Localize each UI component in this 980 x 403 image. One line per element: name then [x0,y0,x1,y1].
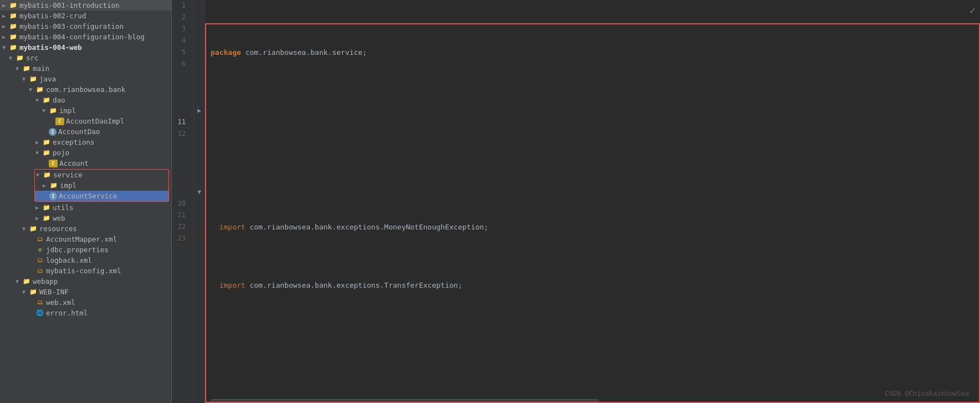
folder-icon: 📁 [42,204,51,212]
sidebar-item-mybatis001[interactable]: ▶ 📁 mybatis-001-introduction [0,0,171,11]
arrow-icon: ▼ [29,86,35,93]
gutter-arrow-11[interactable]: ▶ [194,105,205,116]
folder-icon: 📁 [43,171,52,179]
sidebar-label: pojo [53,149,69,157]
gutter: ▶ ▼ [194,0,205,403]
watermark-text: CSDN @ChinaRainbowSea [885,390,969,397]
line-num-12: 12 [172,128,189,140]
arrow-icon: ▶ [2,2,9,8]
sidebar-item-mybatis004-blog[interactable]: ▶ 📁 mybatis-004-configuration-blog [0,32,171,42]
sidebar-label: mybatis-config.xml [46,267,121,275]
sidebar-label: jdbc.properties [46,246,109,254]
sidebar-item-logback[interactable]: 🗂 logback.xml [0,255,171,266]
arrow-icon: ▼ [42,108,49,114]
code-container[interactable]: 1 2 3 4 5 6 11 12 20 21 22 23 ▶ [172,0,980,403]
folder-icon: 📁 [9,33,18,41]
sidebar-label: webapp [33,277,58,285]
arrow-icon: ▼ [9,55,16,61]
folder-icon: 📁 [9,23,18,30]
sidebar-label: web [53,214,65,222]
xml-icon: 🗂 [35,267,44,275]
sidebar-label: src [26,54,39,62]
code-line-4: import com.rianbowsea.bank.exceptions.Mo… [211,221,974,233]
code-scroll-area[interactable]: package com.rianbowsea.bank.service; imp… [205,0,980,403]
line-numbers: 1 2 3 4 5 6 11 12 20 21 22 23 [172,0,194,403]
line-num-2: 2 [172,12,189,23]
sidebar-item-mybatis003[interactable]: ▶ 📁 mybatis-003-configuration [0,21,171,32]
class-icon: C [55,118,64,125]
editor-area: 1 2 3 4 5 6 11 12 20 21 22 23 ▶ [172,0,980,403]
sidebar-item-src[interactable]: ▼ 📁 src [0,53,171,63]
line-num-21: 21 [172,210,189,221]
sidebar-label: impl [60,181,76,190]
sidebar-label: AccountDao [58,127,100,136]
sidebar-label: mybatis-003-configuration [19,22,124,30]
folder-icon: 📁 [49,182,58,190]
sidebar-label: dao [53,96,65,104]
sidebar-label: mybatis-002-crud [19,12,86,20]
sidebar-label: utils [53,203,74,212]
sidebar-item-utils[interactable]: ▶ 📁 utils [0,202,171,213]
sidebar-label: mybatis-004-web [19,43,82,52]
gutter-arrow-20[interactable]: ▼ [194,186,205,198]
sidebar-label: logback.xml [46,256,92,264]
folder-icon: 📁 [9,2,18,9]
sidebar-item-accountservice[interactable]: I AccountService [35,191,169,201]
sidebar-item-errorhtml[interactable]: 🌐 error.html [0,308,171,318]
arrow-icon: ▼ [36,172,43,178]
sidebar-item-webinf[interactable]: ▼ 📁 WEB-INF [0,287,171,297]
sidebar-item-resources[interactable]: ▼ 📁 resources [0,223,171,234]
sidebar-item-service-impl[interactable]: ▶ 📁 impl [35,180,169,191]
sidebar-item-web[interactable]: ▶ 📁 web [0,213,171,223]
sidebar-item-accountdaoimpl[interactable]: C AccountDaoImpl [0,116,171,126]
code-line-2 [211,105,974,116]
sidebar-label: service [53,171,83,179]
folder-icon: 📁 [49,107,58,115]
line-num-4: 4 [172,35,189,47]
arrow-icon: ▼ [35,150,42,156]
sidebar-label: Account [59,159,89,167]
sidebar-item-mybatis004-web[interactable]: ▼ 📁 mybatis-004-web [0,42,171,53]
arrow-icon: ▶ [35,139,42,145]
sidebar-label: main [33,64,49,73]
folder-icon: 📁 [22,65,31,73]
arrow-icon: ▼ [22,226,29,232]
sidebar-item-java[interactable]: ▼ 📁 java [0,74,171,84]
sidebar-item-account[interactable]: C Account [0,158,171,169]
line-num-6: 6 [172,58,189,70]
sidebar-item-webxml[interactable]: 🗂 web.xml [0,297,171,308]
code-line-1: package com.rianbowsea.bank.service; [211,47,974,58]
sidebar-item-mybatisconfig[interactable]: 🗂 mybatis-config.xml [0,266,171,276]
sidebar-item-mybatis002[interactable]: ▶ 📁 mybatis-002-crud [0,11,171,21]
sidebar-item-accountmapper[interactable]: 🗂 AccountMapper.xml [0,234,171,244]
line-num-3: 3 [172,23,189,35]
sidebar-item-exceptions[interactable]: ▶ 📁 exceptions [0,137,171,147]
sidebar-label: java [39,75,56,83]
props-icon: ⚙ [35,246,44,254]
code-line-5: import com.rianbowsea.bank.exceptions.Tr… [211,279,974,291]
sidebar-item-webapp[interactable]: ▼ 📁 webapp [0,276,171,287]
sidebar-item-pojo[interactable]: ▼ 📁 pojo [0,147,171,158]
sidebar-item-package[interactable]: ▼ 📁 com.rianbowsea.bank [0,84,171,95]
interface-icon: I [49,192,57,200]
html-icon: 🌐 [35,309,44,317]
line-num-7 [172,70,189,105]
sidebar-label: AccountDaoImpl [66,117,124,125]
folder-icon: 📁 [9,12,18,20]
folder-icon: 📁 [29,225,38,233]
sidebar-item-main[interactable]: ▼ 📁 main [0,63,171,74]
sidebar-label: resources [39,225,77,233]
sidebar-label: AccountMapper.xml [46,235,117,243]
code-content[interactable]: package com.rianbowsea.bank.service; imp… [205,0,980,403]
folder-icon: 📁 [42,149,51,157]
arrow-icon: ▼ [2,44,9,50]
sidebar-item-service[interactable]: ▼ 📁 service [35,170,169,180]
sidebar-item-accountdao[interactable]: I AccountDao [0,126,171,137]
sidebar-item-dao-impl[interactable]: ▼ 📁 impl [0,105,171,116]
sidebar-item-jdbc[interactable]: ⚙ jdbc.properties [0,244,171,255]
line-num-22: 22 [172,221,189,233]
arrow-icon: ▶ [2,23,9,29]
sidebar-item-dao[interactable]: ▼ 📁 dao [0,95,171,105]
folder-icon: 📁 [9,44,18,52]
sidebar-label: error.html [46,309,88,317]
